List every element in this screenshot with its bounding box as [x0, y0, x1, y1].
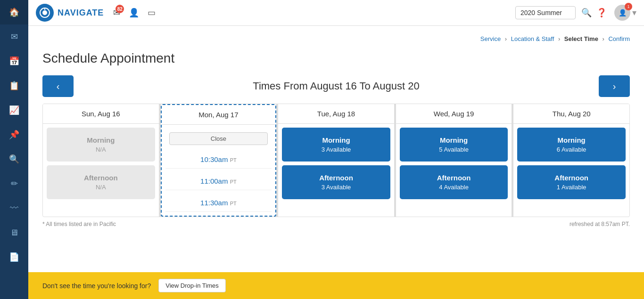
sidebar-item-document[interactable]: 📄	[0, 245, 28, 269]
help-icon[interactable]: ❓	[596, 8, 607, 18]
breadcrumb-confirm[interactable]: Confirm	[608, 35, 630, 42]
footer-note: * All times listed are in Pacific refres…	[42, 221, 630, 227]
calendar-grid: Sun, Aug 16 Morning N/A Afternoon N/A Mo…	[42, 104, 630, 217]
slot-label: Afternoon	[51, 174, 150, 182]
col-body-sun: Morning N/A Afternoon N/A	[43, 124, 159, 217]
slot-tue-morning[interactable]: Morning 3 Available	[282, 128, 390, 162]
timezone-pt: PT	[230, 157, 237, 163]
breadcrumb-sep-2: ›	[558, 35, 560, 42]
timezone-note: * All times listed are in Pacific	[42, 221, 116, 227]
window-nav-icon[interactable]: ▭	[148, 8, 156, 18]
mail-badge: 82	[116, 5, 124, 13]
slot-count: N/A	[51, 184, 150, 191]
col-body-mon: Close 10:30am PT 11:00am PT 11:30am PT	[162, 125, 276, 216]
slot-thu-morning[interactable]: Morning 6 Available	[517, 128, 626, 162]
logo-area: NAVIGATE	[36, 4, 104, 22]
svg-point-1	[42, 10, 47, 15]
slot-count: 3 Available	[287, 146, 386, 153]
logo-icon	[36, 4, 54, 22]
breadcrumb-service[interactable]: Service	[480, 35, 501, 42]
breadcrumb-sep-1: ›	[505, 35, 507, 42]
mail-nav-icon[interactable]: ✉ 82	[113, 8, 120, 18]
breadcrumb-location[interactable]: Location & Staff	[511, 35, 554, 42]
sidebar-item-edit[interactable]: ✏	[0, 171, 28, 196]
slot-count: 3 Available	[287, 184, 386, 191]
timezone-pt: PT	[230, 179, 237, 185]
bottom-banner: Don't see the time you're looking for? V…	[28, 272, 644, 299]
refreshed-note: refreshed at 8:57am PT.	[570, 221, 630, 227]
cal-col-sun: Sun, Aug 16 Morning N/A Afternoon N/A	[43, 104, 159, 217]
slot-wed-morning[interactable]: Morning 5 Available	[400, 128, 508, 162]
sidebar-item-pin[interactable]: 📌	[0, 122, 28, 147]
slot-label: Morning	[287, 136, 386, 144]
slot-count: N/A	[51, 146, 150, 153]
col-header-wed: Wed, Aug 19	[396, 104, 512, 124]
page-title: Schedule Appointment	[42, 51, 630, 66]
sidebar-item-presentation[interactable]: 🖥	[0, 220, 28, 245]
slot-label: Afternoon	[405, 174, 504, 182]
timezone-pt: PT	[230, 201, 237, 206]
slot-tue-afternoon[interactable]: Afternoon 3 Available	[282, 165, 390, 199]
col-header-sun: Sun, Aug 16	[43, 104, 159, 124]
slot-label: Morning	[522, 136, 621, 144]
banner-message: Don't see the time you're looking for?	[42, 282, 151, 290]
time-slot-1100[interactable]: 11:00am PT	[165, 172, 272, 190]
user-nav-icon[interactable]: 👤	[129, 8, 139, 18]
search-icon[interactable]: 🔍	[581, 8, 592, 18]
sidebar-item-clipboard[interactable]: 📋	[0, 73, 28, 98]
calendar-nav: ‹ Times From August 16 To August 20 ›	[42, 75, 630, 97]
term-selector[interactable]: 2020 Summer 2020 Fall 2021 Spring	[515, 6, 576, 19]
close-button[interactable]: Close	[169, 132, 268, 145]
slot-sun-morning: Morning N/A	[47, 128, 155, 162]
col-header-thu: Thu, Aug 20	[513, 104, 629, 124]
cal-col-mon: Mon, Aug 17 Close 10:30am PT 11:00am PT …	[161, 104, 277, 217]
nav-icons: ✉ 82 👤 ▭	[113, 8, 156, 18]
slot-count: 5 Available	[405, 146, 504, 153]
content-area: Service › Location & Staff › Select Time…	[28, 26, 644, 272]
main-container: NAVIGATE ✉ 82 👤 ▭ 2020 Summer 2020 Fall …	[28, 0, 644, 299]
user-badge: 1	[625, 3, 632, 10]
sidebar-item-analytics[interactable]: 〰	[0, 196, 28, 220]
slot-count: 4 Available	[405, 184, 504, 191]
slot-count: 1 Available	[522, 184, 621, 191]
app-name: NAVIGATE	[58, 8, 104, 18]
sidebar-item-calendar[interactable]: 📅	[0, 49, 28, 73]
slot-label: Morning	[51, 136, 150, 144]
sidebar-item-mail[interactable]: ✉	[0, 24, 28, 49]
breadcrumb-sep-3: ›	[603, 35, 604, 42]
slot-thu-afternoon[interactable]: Afternoon 1 Available	[517, 165, 626, 199]
prev-week-button[interactable]: ‹	[42, 75, 74, 97]
date-range-label: Times From August 16 To August 20	[253, 80, 419, 92]
cal-col-tue: Tue, Aug 18 Morning 3 Available Afternoo…	[278, 104, 394, 217]
view-dropin-button[interactable]: View Drop-in Times	[158, 279, 225, 292]
breadcrumb-select-time: Select Time	[564, 35, 598, 42]
slot-label: Afternoon	[287, 174, 386, 182]
col-body-tue: Morning 3 Available Afternoon 3 Availabl…	[278, 124, 394, 217]
col-header-tue: Tue, Aug 18	[278, 104, 394, 124]
user-dropdown-icon[interactable]: ▾	[632, 8, 636, 18]
col-body-wed: Morning 5 Available Afternoon 4 Availabl…	[396, 124, 512, 217]
col-body-thu: Morning 6 Available Afternoon 1 Availabl…	[513, 124, 629, 217]
slot-count: 6 Available	[522, 146, 621, 153]
breadcrumb: Service › Location & Staff › Select Time…	[42, 35, 630, 42]
next-week-button[interactable]: ›	[599, 75, 630, 97]
slot-sun-afternoon: Afternoon N/A	[47, 165, 155, 199]
slot-wed-afternoon[interactable]: Afternoon 4 Available	[400, 165, 508, 199]
sidebar-item-chart[interactable]: 📈	[0, 98, 28, 122]
sidebar-item-home[interactable]: 🏠	[0, 0, 28, 24]
slot-label: Morning	[405, 136, 504, 144]
slot-label: Afternoon	[522, 174, 621, 182]
col-header-mon: Mon, Aug 17	[162, 105, 276, 125]
cal-col-wed: Wed, Aug 19 Morning 5 Available Afternoo…	[396, 104, 512, 217]
time-slot-1030[interactable]: 10:30am PT	[165, 151, 272, 169]
time-slot-1130[interactable]: 11:30am PT	[165, 194, 272, 212]
sidebar-item-search[interactable]: 🔍	[0, 147, 28, 171]
cal-col-thu: Thu, Aug 20 Morning 6 Available Afternoo…	[513, 104, 629, 217]
sidebar: 🏠 ✉ 📅 📋 📈 📌 🔍 ✏ 〰 🖥 📄	[0, 0, 28, 299]
topnav: NAVIGATE ✉ 82 👤 ▭ 2020 Summer 2020 Fall …	[28, 0, 644, 26]
